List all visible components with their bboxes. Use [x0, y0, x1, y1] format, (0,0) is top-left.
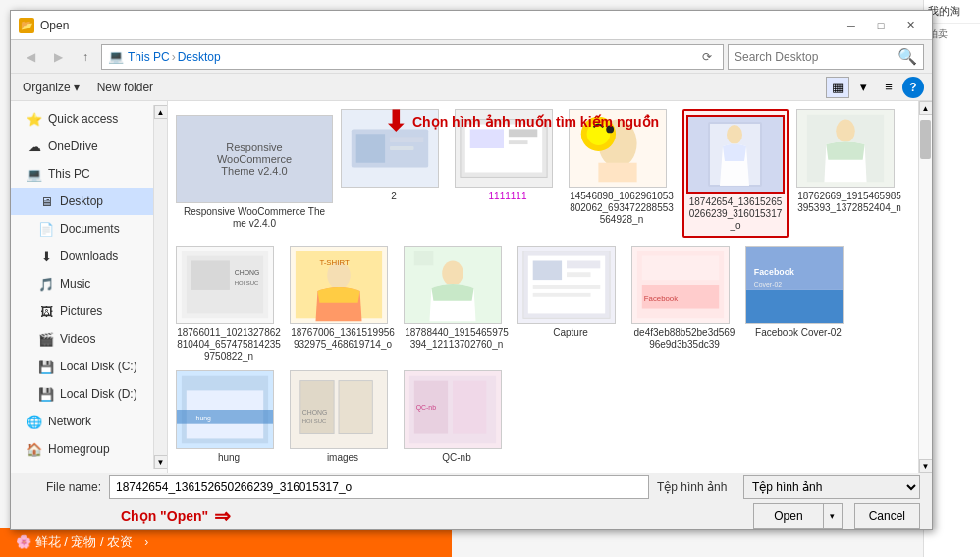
- open-dropdown-button[interactable]: ▾: [823, 503, 843, 529]
- sidebar-item-videos[interactable]: 🎬 Videos: [11, 325, 153, 353]
- sidebar-scroll-down[interactable]: ▼: [154, 455, 168, 469]
- file-thumbnail: [404, 246, 502, 324]
- breadcrumb-desktop[interactable]: Desktop: [178, 50, 221, 64]
- svg-rect-45: [533, 293, 591, 297]
- svg-rect-3: [390, 137, 423, 142]
- sidebar-item-documents[interactable]: 📄 Documents: [11, 215, 153, 243]
- svg-rect-10: [509, 140, 528, 144]
- svg-text:CHONG: CHONG: [302, 409, 328, 416]
- sidebar-item-network[interactable]: 🌐 Network: [11, 408, 153, 435]
- open-dialog: 📂 Open ─ □ ✕ ◀ ▶ ↑ 💻 This PC › Desktop: [5, 5, 928, 526]
- search-bar: 🔍: [728, 44, 924, 70]
- file-scroll-up[interactable]: ▲: [919, 101, 933, 115]
- sidebar-item-localc[interactable]: 💾 Local Disk (C:): [11, 353, 153, 380]
- sidebar-label-quickaccess: Quick access: [48, 112, 118, 126]
- file-name: de4f3eb88b52be3d56996e9d3b35dc39: [631, 327, 737, 351]
- back-button[interactable]: ◀: [19, 45, 42, 69]
- open-button[interactable]: Open: [753, 503, 822, 529]
- sidebar-scrollbar: ▲ ▼: [153, 105, 167, 469]
- list-item[interactable]: ResponsiveWooCommerceTheme v2.4.0 Respon…: [176, 109, 333, 238]
- file-grid: ⬇ Chọn hình ảnh muốn tìm kiếm nguồn Resp…: [168, 101, 918, 472]
- svg-rect-9: [509, 129, 537, 137]
- help-button[interactable]: ?: [902, 77, 924, 98]
- sidebar-item-onedrive[interactable]: ☁ OneDrive: [11, 133, 153, 160]
- sidebar-item-downloads[interactable]: ⬇ Downloads: [11, 243, 153, 270]
- file-thumbnail: [341, 109, 439, 188]
- list-item[interactable]: hung hung: [176, 370, 282, 464]
- svg-rect-50: [642, 256, 719, 281]
- list-item[interactable]: QC-nb QC-nb: [404, 370, 510, 464]
- forward-button[interactable]: ▶: [46, 45, 70, 69]
- organize-button[interactable]: Organize ▾: [19, 79, 83, 96]
- sidebar-item-homegroup[interactable]: 🏠 Homegroup: [11, 435, 153, 463]
- close-button[interactable]: ✕: [897, 16, 924, 35]
- sidebar-label-music: Music: [60, 277, 90, 291]
- sidebar-item-quickaccess[interactable]: ⭐ Quick access: [11, 105, 153, 133]
- list-item[interactable]: 18762669_1915465985395393_1372852404_n: [796, 109, 902, 238]
- svg-rect-28: [191, 261, 230, 290]
- file-thumbnail: Facebook: [631, 246, 730, 324]
- list-item[interactable]: CHONG HOI SUC 18766011_1021327862810404_…: [176, 246, 282, 362]
- search-input[interactable]: [735, 50, 894, 64]
- filename-input[interactable]: [109, 475, 649, 499]
- svg-rect-69: [453, 381, 486, 434]
- sidebar-item-music[interactable]: 🎵 Music: [11, 270, 153, 298]
- music-icon: 🎵: [38, 277, 54, 291]
- sidebar-label-downloads: Downloads: [60, 250, 118, 263]
- list-item[interactable]: 1111111: [455, 109, 561, 238]
- file-thumbnail: CHONG HOI SUC: [176, 246, 274, 324]
- list-item[interactable]: 2: [341, 109, 447, 238]
- file-name: 18762669_1915465985395393_1372852404_n: [796, 191, 902, 214]
- list-item[interactable]: 14546898_1062961053802062_69347228855356…: [569, 109, 675, 238]
- file-name: QC-nb: [404, 452, 510, 464]
- sidebar-item-pictures[interactable]: 🖼 Pictures: [11, 298, 153, 325]
- sidebar: ⭐ Quick access ☁ OneDrive 💻 This PC 🖥 De…: [11, 101, 168, 473]
- svg-point-24: [836, 120, 855, 143]
- sidebar-label-videos: Videos: [60, 332, 95, 346]
- svg-rect-62: [300, 381, 334, 434]
- svg-rect-63: [339, 381, 372, 434]
- svg-text:CHONG: CHONG: [235, 269, 260, 276]
- onedrive-icon: ☁: [27, 139, 42, 153]
- sidebar-item-thispc[interactable]: 💻 This PC: [11, 160, 153, 188]
- file-name: Responsive WooCommerce Theme v2.4.0: [182, 206, 327, 230]
- maximize-button[interactable]: □: [867, 16, 895, 35]
- new-folder-label: New folder: [97, 81, 153, 94]
- list-item[interactable]: T-SHIRT 18767006_1361519956932975_468619…: [290, 246, 396, 362]
- svg-rect-44: [533, 285, 601, 289]
- file-scroll-down[interactable]: ▼: [919, 459, 933, 473]
- open-button-group: Open ▾: [753, 503, 842, 529]
- desktop-icon: 🖥: [38, 195, 54, 208]
- locald-icon: 💾: [38, 387, 54, 401]
- list-item[interactable]: Capture: [517, 246, 624, 362]
- up-button[interactable]: ↑: [74, 45, 97, 69]
- view-large-icons[interactable]: ▦: [826, 77, 849, 98]
- sidebar-item-locald[interactable]: 💾 Local Disk (D:): [11, 380, 153, 408]
- list-item-selected[interactable]: 18742654_136152650266239_316015317_o: [682, 109, 789, 238]
- file-scroll-thumb: [920, 120, 931, 159]
- filetype-select[interactable]: Tệp hình ảnh All Files: [743, 475, 920, 499]
- network-icon: 🌐: [27, 415, 42, 428]
- list-item[interactable]: Facebook de4f3eb88b52be3d56996e9d3b35dc3…: [631, 246, 737, 362]
- thispc-icon: 💻: [27, 167, 42, 181]
- organize-label: Organize: [23, 81, 71, 94]
- list-item[interactable]: Facebook Cover-02 Facebook Cover-02: [745, 246, 851, 362]
- svg-text:Facebook: Facebook: [754, 267, 794, 277]
- filename-row: File name: Tệp hình ảnh Tệp hình ảnh All…: [23, 475, 920, 499]
- svg-point-21: [727, 125, 742, 144]
- filename-label: File name:: [23, 480, 101, 494]
- new-folder-button[interactable]: New folder: [93, 79, 157, 96]
- sidebar-scroll-up[interactable]: ▲: [154, 105, 168, 119]
- file-scrollbar: ▲ ▼: [918, 101, 932, 473]
- view-list[interactable]: ≡: [877, 77, 900, 98]
- list-item[interactable]: 18788440_1915465975394_12113702760_n: [404, 246, 510, 362]
- file-thumbnail: hung: [176, 370, 274, 449]
- list-item[interactable]: CHONG HOI SUC images: [290, 370, 396, 464]
- refresh-button[interactable]: ⟳: [697, 47, 717, 67]
- svg-text:HOI SUC: HOI SUC: [235, 280, 259, 286]
- sidebar-item-desktop[interactable]: 🖥 Desktop: [11, 188, 153, 215]
- breadcrumb-thispc[interactable]: This PC: [128, 50, 170, 64]
- cancel-button[interactable]: Cancel: [854, 503, 920, 529]
- view-details[interactable]: ▾: [851, 77, 875, 98]
- minimize-button[interactable]: ─: [838, 16, 865, 35]
